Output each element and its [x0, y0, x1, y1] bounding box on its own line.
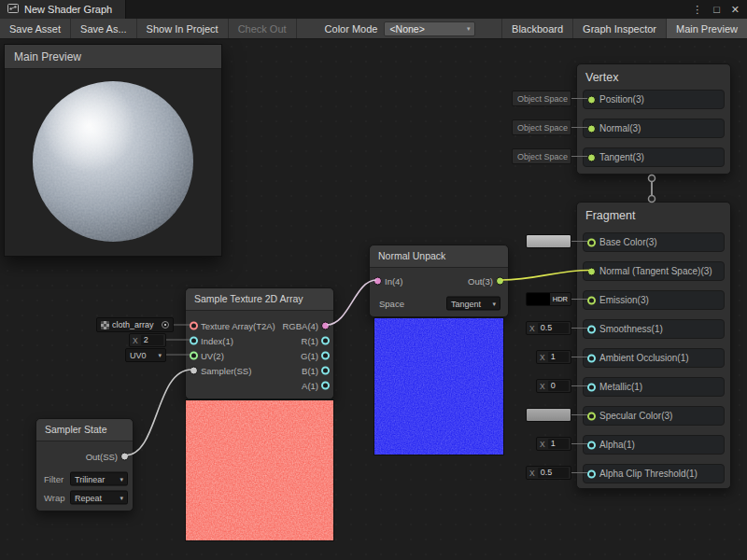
sphere-texture-overlay: [33, 81, 193, 242]
in-input-port[interactable]: [374, 277, 382, 286]
vertex-node[interactable]: Vertex Position(3) Normal(3) Tangent(3): [576, 63, 731, 175]
float-value: 0: [548, 381, 569, 391]
port-row: In(4) Out(3): [370, 273, 508, 288]
a-output-port[interactable]: [321, 382, 330, 390]
dropdown-caret-icon: ▾: [120, 494, 123, 501]
fragment-block-emission: Emission(3): [583, 290, 725, 310]
port-row: Index(1) R(1): [186, 333, 333, 348]
block-label: Specular Color(3): [599, 411, 672, 421]
wrap-dropdown[interactable]: Repeat ▾: [70, 491, 128, 505]
output-label: A(1): [302, 381, 318, 391]
sampler-input-port[interactable]: [190, 367, 198, 375]
preview-sphere[interactable]: [33, 81, 193, 242]
float-value: 0.5: [538, 468, 569, 478]
fragment-block-smoothness: Smoothness(1): [583, 319, 725, 339]
sampler-state-title: Sampler State: [36, 419, 133, 441]
save-as-button[interactable]: Save As...: [71, 19, 137, 38]
base-color-swatch[interactable]: [526, 234, 571, 248]
index-float-field[interactable]: X 2: [129, 333, 166, 347]
rgba-output-port[interactable]: [321, 322, 330, 330]
output-label: RGBA(4): [282, 321, 318, 331]
shader-graph-tab[interactable]: New Shader Graph: [0, 0, 126, 19]
color-mode-value: <None>: [389, 23, 424, 35]
graph-inspector-toggle[interactable]: Graph Inspector: [572, 19, 666, 38]
normal-unpack-node[interactable]: Normal Unpack In(4) Out(3) Space Tangent…: [369, 245, 509, 317]
hdr-badge: HDR: [550, 293, 571, 305]
port-row: Texture Array(T2A) RGBA(4): [186, 318, 333, 333]
color-mode-dropdown[interactable]: <None> ▾: [384, 21, 475, 36]
float-value: 1: [548, 439, 569, 449]
index-input-port[interactable]: [190, 337, 198, 345]
texture-array-object-field[interactable]: cloth_array: [96, 317, 174, 332]
alpha-clip-threshold-input-port[interactable]: [587, 469, 596, 478]
r-output-port[interactable]: [321, 337, 330, 345]
axis-label: X: [537, 440, 548, 449]
normal-input-port[interactable]: [587, 124, 596, 133]
show-in-project-button[interactable]: Show In Project: [137, 19, 229, 38]
output-label: G(1): [301, 351, 318, 361]
alpha-input-port[interactable]: [587, 441, 596, 449]
b-output-port[interactable]: [321, 367, 330, 375]
base-color-input-port[interactable]: [587, 238, 596, 246]
window-controls: ⋮ □ ✕: [692, 0, 747, 19]
specular-color-input-port[interactable]: [587, 412, 596, 420]
space-binding-label: Object Space: [517, 152, 568, 161]
fragment-block-metallic: Metallic(1): [583, 377, 725, 397]
specular-color-swatch[interactable]: [526, 408, 571, 422]
main-preview-panel[interactable]: Main Preview: [4, 44, 222, 257]
ambient-occlusion-float-field[interactable]: X 1: [536, 350, 571, 364]
emission-color-field[interactable]: HDR: [526, 292, 571, 306]
space-dropdown[interactable]: Tangent ▾: [446, 297, 500, 311]
block-label: Alpha Clip Threshold(1): [599, 469, 698, 479]
normal-tangent-space-input-port[interactable]: [587, 267, 596, 275]
sampler-state-node[interactable]: Sampler State Out(SS) Filter Trilinear ▾…: [35, 418, 134, 511]
alpha-clip-threshold-float-field[interactable]: X 0.5: [526, 466, 571, 480]
filter-value: Trilinear: [75, 474, 105, 483]
block-label: Base Color(3): [599, 237, 657, 247]
block-label: Tangent(3): [599, 152, 644, 162]
output-label: Out(SS): [86, 452, 118, 462]
out-output-port[interactable]: [496, 277, 504, 286]
object-picker-icon[interactable]: [162, 321, 169, 329]
fragment-node[interactable]: Fragment Base Color(3) Normal (Tangent S…: [576, 202, 731, 489]
normal-unpack-title: Normal Unpack: [370, 245, 508, 268]
normal-map-image: [374, 318, 504, 455]
position-input-port[interactable]: [587, 95, 596, 104]
smoothness-input-port[interactable]: [587, 325, 596, 333]
fragment-block-alpha: Alpha(1): [583, 435, 725, 455]
smoothness-float-field[interactable]: X 0.5: [526, 321, 571, 335]
block-label: Normal(3): [599, 123, 641, 133]
vertex-block-tangent: Tangent(3): [583, 147, 725, 167]
main-preview-body[interactable]: [5, 69, 221, 256]
filter-dropdown[interactable]: Trilinear ▾: [70, 472, 128, 486]
main-preview-toggle[interactable]: Main Preview: [666, 19, 747, 38]
window-maximize-icon[interactable]: □: [713, 0, 720, 19]
uv-input-port[interactable]: [190, 352, 198, 360]
sampler-state-output-port[interactable]: [120, 453, 129, 461]
ambient-occlusion-input-port[interactable]: [587, 354, 596, 362]
input-label: In(4): [385, 276, 403, 287]
sample-texture-2d-array-node[interactable]: Sample Texture 2D Array Texture Array(T2…: [185, 287, 334, 399]
g-output-port[interactable]: [321, 352, 330, 360]
alpha-float-field[interactable]: X 1: [536, 437, 571, 451]
fragment-block-alpha-clip: Alpha Clip Threshold(1): [583, 464, 725, 483]
blackboard-toggle[interactable]: Blackboard: [501, 19, 572, 38]
window-close-icon[interactable]: ✕: [731, 0, 740, 19]
tangent-input-port[interactable]: [587, 153, 596, 161]
shader-graph-icon: [7, 1, 19, 18]
emission-input-port[interactable]: [587, 296, 596, 304]
fragment-node-title: Fragment: [577, 203, 730, 229]
float-value: 2: [141, 335, 163, 345]
metallic-input-port[interactable]: [587, 383, 596, 391]
axis-label: X: [537, 353, 548, 362]
window-menu-icon[interactable]: ⋮: [692, 0, 702, 19]
uv-channel-dropdown[interactable]: UV0 ▾: [125, 348, 166, 362]
wrap-row: Wrap Repeat ▾: [36, 489, 133, 506]
metallic-float-field[interactable]: X 0: [536, 379, 571, 393]
main-preview-header[interactable]: Main Preview: [5, 45, 221, 69]
vertex-node-title: Vertex: [577, 64, 730, 91]
block-label: Metallic(1): [599, 382, 642, 392]
save-asset-button[interactable]: Save Asset: [0, 19, 71, 38]
texture-array-input-port[interactable]: [190, 322, 198, 330]
input-label: Texture Array(T2A): [201, 321, 275, 331]
